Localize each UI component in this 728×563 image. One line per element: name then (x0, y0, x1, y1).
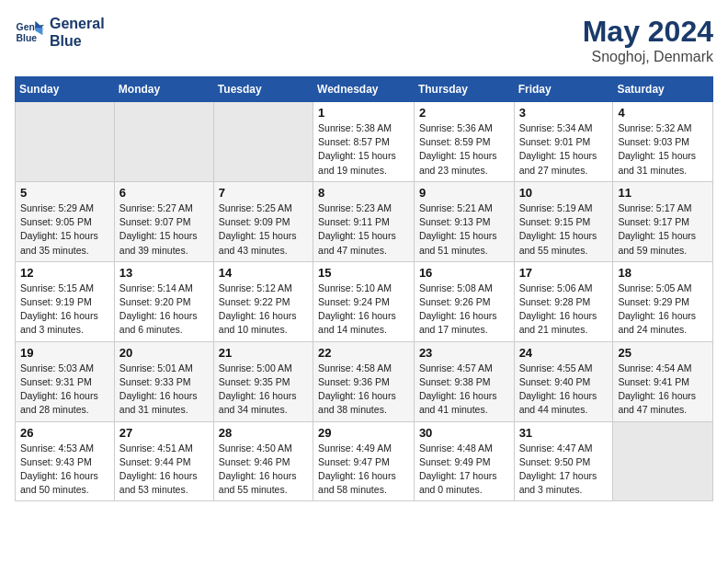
calendar-cell: 20Sunrise: 5:01 AM Sunset: 9:33 PM Dayli… (114, 341, 213, 421)
day-number: 12 (20, 266, 109, 280)
day-info: Sunrise: 5:08 AM Sunset: 9:26 PM Dayligh… (419, 282, 509, 338)
calendar-cell: 2Sunrise: 5:36 AM Sunset: 8:59 PM Daylig… (414, 102, 514, 182)
day-number: 26 (20, 426, 109, 440)
calendar-cell (16, 102, 115, 182)
calendar-cell: 1Sunrise: 5:38 AM Sunset: 8:57 PM Daylig… (313, 102, 415, 182)
day-info: Sunrise: 5:38 AM Sunset: 8:57 PM Dayligh… (318, 121, 409, 178)
day-info: Sunrise: 5:00 AM Sunset: 9:35 PM Dayligh… (219, 362, 308, 418)
calendar-cell: 5Sunrise: 5:29 AM Sunset: 9:05 PM Daylig… (16, 181, 115, 261)
day-info: Sunrise: 5:15 AM Sunset: 9:19 PM Dayligh… (20, 282, 109, 338)
day-number: 18 (618, 266, 708, 280)
weekday-header-tuesday: Tuesday (213, 77, 313, 102)
calendar-cell: 3Sunrise: 5:34 AM Sunset: 9:01 PM Daylig… (514, 102, 613, 182)
logo-text-general: General (50, 15, 105, 32)
day-number: 9 (419, 186, 509, 200)
day-info: Sunrise: 5:32 AM Sunset: 9:03 PM Dayligh… (618, 121, 708, 178)
day-number: 6 (119, 186, 209, 200)
day-number: 22 (318, 346, 409, 360)
weekday-header-wednesday: Wednesday (313, 77, 415, 102)
calendar-cell: 4Sunrise: 5:32 AM Sunset: 9:03 PM Daylig… (613, 102, 713, 182)
day-info: Sunrise: 4:55 AM Sunset: 9:40 PM Dayligh… (519, 362, 609, 418)
day-info: Sunrise: 5:03 AM Sunset: 9:31 PM Dayligh… (20, 362, 109, 418)
day-info: Sunrise: 5:25 AM Sunset: 9:09 PM Dayligh… (219, 201, 308, 258)
day-number: 19 (20, 346, 109, 360)
day-info: Sunrise: 4:47 AM Sunset: 9:50 PM Dayligh… (519, 442, 609, 498)
calendar-cell: 17Sunrise: 5:06 AM Sunset: 9:28 PM Dayli… (514, 261, 613, 341)
day-info: Sunrise: 5:27 AM Sunset: 9:07 PM Dayligh… (119, 201, 209, 258)
weekday-header-monday: Monday (114, 77, 213, 102)
calendar-cell: 13Sunrise: 5:14 AM Sunset: 9:20 PM Dayli… (114, 261, 213, 341)
calendar-cell (114, 102, 213, 182)
day-number: 17 (519, 266, 609, 280)
day-info: Sunrise: 5:17 AM Sunset: 9:17 PM Dayligh… (618, 201, 708, 258)
day-number: 7 (219, 186, 308, 200)
day-number: 5 (20, 186, 109, 200)
calendar-cell: 19Sunrise: 5:03 AM Sunset: 9:31 PM Dayli… (16, 341, 115, 421)
day-number: 8 (318, 186, 409, 200)
day-number: 10 (519, 186, 609, 200)
calendar-cell: 29Sunrise: 4:49 AM Sunset: 9:47 PM Dayli… (313, 421, 415, 501)
day-number: 14 (219, 266, 308, 280)
day-info: Sunrise: 5:06 AM Sunset: 9:28 PM Dayligh… (519, 282, 609, 338)
day-number: 23 (419, 346, 509, 360)
day-info: Sunrise: 5:21 AM Sunset: 9:13 PM Dayligh… (419, 201, 509, 258)
title-block: May 2024 Snoghoj, Denmark (583, 15, 713, 65)
day-info: Sunrise: 5:34 AM Sunset: 9:01 PM Dayligh… (519, 121, 609, 178)
calendar-cell: 23Sunrise: 4:57 AM Sunset: 9:38 PM Dayli… (414, 341, 514, 421)
calendar-cell: 28Sunrise: 4:50 AM Sunset: 9:46 PM Dayli… (213, 421, 313, 501)
day-info: Sunrise: 4:54 AM Sunset: 9:41 PM Dayligh… (618, 362, 708, 418)
day-number: 4 (618, 106, 708, 120)
logo-text-blue: Blue (50, 32, 105, 50)
svg-text:Blue: Blue (17, 33, 38, 43)
day-info: Sunrise: 4:58 AM Sunset: 9:36 PM Dayligh… (318, 362, 409, 418)
day-number: 16 (419, 266, 509, 280)
day-number: 25 (618, 346, 708, 360)
calendar-cell: 22Sunrise: 4:58 AM Sunset: 9:36 PM Dayli… (313, 341, 415, 421)
day-number: 31 (519, 426, 609, 440)
calendar-cell: 26Sunrise: 4:53 AM Sunset: 9:43 PM Dayli… (16, 421, 115, 501)
weekday-header-saturday: Saturday (613, 77, 713, 102)
weekday-header-row: SundayMondayTuesdayWednesdayThursdayFrid… (16, 77, 713, 102)
day-number: 1 (318, 106, 409, 120)
day-number: 20 (119, 346, 209, 360)
calendar-week-3: 12Sunrise: 5:15 AM Sunset: 9:19 PM Dayli… (16, 261, 713, 341)
day-number: 21 (219, 346, 308, 360)
calendar-cell: 27Sunrise: 4:51 AM Sunset: 9:44 PM Dayli… (114, 421, 213, 501)
calendar-cell: 14Sunrise: 5:12 AM Sunset: 9:22 PM Dayli… (213, 261, 313, 341)
day-info: Sunrise: 4:53 AM Sunset: 9:43 PM Dayligh… (20, 442, 109, 498)
calendar-cell: 10Sunrise: 5:19 AM Sunset: 9:15 PM Dayli… (514, 181, 613, 261)
day-number: 13 (119, 266, 209, 280)
weekday-header-thursday: Thursday (414, 77, 514, 102)
day-number: 27 (119, 426, 209, 440)
calendar-cell: 18Sunrise: 5:05 AM Sunset: 9:29 PM Dayli… (613, 261, 713, 341)
calendar-cell: 15Sunrise: 5:10 AM Sunset: 9:24 PM Dayli… (313, 261, 415, 341)
day-info: Sunrise: 4:51 AM Sunset: 9:44 PM Dayligh… (119, 442, 209, 498)
day-info: Sunrise: 4:50 AM Sunset: 9:46 PM Dayligh… (219, 442, 308, 498)
calendar-week-1: 1Sunrise: 5:38 AM Sunset: 8:57 PM Daylig… (16, 102, 713, 182)
day-info: Sunrise: 5:36 AM Sunset: 8:59 PM Dayligh… (419, 121, 509, 178)
calendar-week-2: 5Sunrise: 5:29 AM Sunset: 9:05 PM Daylig… (16, 181, 713, 261)
day-info: Sunrise: 5:19 AM Sunset: 9:15 PM Dayligh… (519, 201, 609, 258)
day-info: Sunrise: 5:29 AM Sunset: 9:05 PM Dayligh… (20, 201, 109, 258)
day-info: Sunrise: 5:12 AM Sunset: 9:22 PM Dayligh… (219, 282, 308, 338)
day-number: 15 (318, 266, 409, 280)
day-info: Sunrise: 5:10 AM Sunset: 9:24 PM Dayligh… (318, 282, 409, 338)
calendar-cell: 31Sunrise: 4:47 AM Sunset: 9:50 PM Dayli… (514, 421, 613, 501)
calendar-cell: 7Sunrise: 5:25 AM Sunset: 9:09 PM Daylig… (213, 181, 313, 261)
logo-icon: General Blue (15, 17, 44, 47)
day-number: 24 (519, 346, 609, 360)
calendar-cell: 6Sunrise: 5:27 AM Sunset: 9:07 PM Daylig… (114, 181, 213, 261)
day-number: 11 (618, 186, 708, 200)
day-info: Sunrise: 4:49 AM Sunset: 9:47 PM Dayligh… (318, 442, 409, 498)
calendar-cell: 25Sunrise: 4:54 AM Sunset: 9:41 PM Dayli… (613, 341, 713, 421)
day-info: Sunrise: 5:23 AM Sunset: 9:11 PM Dayligh… (318, 201, 409, 258)
calendar-week-4: 19Sunrise: 5:03 AM Sunset: 9:31 PM Dayli… (16, 341, 713, 421)
calendar-cell: 30Sunrise: 4:48 AM Sunset: 9:49 PM Dayli… (414, 421, 514, 501)
calendar-cell: 11Sunrise: 5:17 AM Sunset: 9:17 PM Dayli… (613, 181, 713, 261)
calendar-cell: 9Sunrise: 5:21 AM Sunset: 9:13 PM Daylig… (414, 181, 514, 261)
logo: General Blue General Blue (15, 15, 105, 50)
day-number: 29 (318, 426, 409, 440)
calendar-cell: 12Sunrise: 5:15 AM Sunset: 9:19 PM Dayli… (16, 261, 115, 341)
day-number: 30 (419, 426, 509, 440)
day-info: Sunrise: 5:05 AM Sunset: 9:29 PM Dayligh… (618, 282, 708, 338)
